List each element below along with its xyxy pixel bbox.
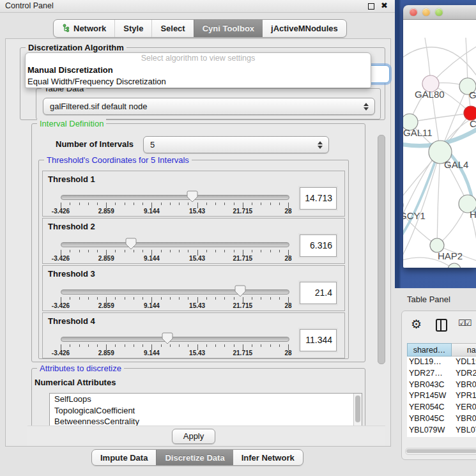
tick-mark bbox=[234, 203, 234, 205]
gear-icon[interactable]: ⚙ bbox=[411, 317, 422, 331]
network-graph: GAL80GACGAL11GAL4GCY1HHAP2 bbox=[403, 20, 476, 268]
threshold-value-field[interactable]: 6.316 bbox=[300, 234, 337, 257]
close-icon[interactable]: ✖ bbox=[381, 1, 388, 10]
tab-discretize-data[interactable]: Discretize Data bbox=[156, 450, 233, 465]
tab-cyni-toolbox[interactable]: Cyni Toolbox bbox=[194, 20, 263, 37]
network-edge[interactable] bbox=[437, 152, 440, 245]
column-header-1[interactable]: shared… bbox=[407, 343, 452, 357]
tab-label: Impute Data bbox=[100, 453, 148, 463]
tick-mark bbox=[179, 203, 180, 205]
table-row[interactable]: YER054CYER054C bbox=[407, 402, 476, 413]
threshold-slider-track[interactable] bbox=[61, 242, 289, 247]
tick-mark bbox=[188, 250, 188, 252]
number-of-intervals-combobox[interactable]: 5 bbox=[143, 136, 329, 153]
tick-mark bbox=[161, 203, 162, 205]
threshold-slider-handle[interactable] bbox=[125, 238, 137, 250]
select-columns-checkboxes-icon[interactable]: ☑☑ bbox=[458, 318, 470, 328]
tick-mark bbox=[234, 344, 234, 347]
tick-label: -3.426 bbox=[42, 255, 80, 262]
columns-icon[interactable] bbox=[436, 319, 447, 332]
tab-infer-network[interactable]: Infer Network bbox=[233, 450, 303, 465]
float-window-icon[interactable] bbox=[368, 3, 374, 10]
tab-network[interactable]: Network bbox=[54, 20, 114, 37]
attribute-item[interactable]: SelfLoops bbox=[50, 394, 362, 405]
interval-definition-group-title: Interval Definition bbox=[37, 119, 106, 128]
tick-mark bbox=[170, 297, 171, 300]
threshold-row: Threshold 2 -3.4262.8599.14415.4321.7152… bbox=[42, 218, 345, 264]
tick-label: 2.859 bbox=[87, 255, 125, 262]
tab-label: jActiveMNodules bbox=[271, 24, 338, 33]
list-scrollbar-thumb[interactable] bbox=[355, 395, 360, 422]
network-canvas[interactable]: GAL80GACGAL11GAL4GCY1HHAP2 bbox=[403, 20, 476, 268]
attribute-item[interactable]: TopologicalCoefficient bbox=[50, 405, 362, 417]
threshold-slider-handle[interactable] bbox=[162, 332, 173, 344]
tick-mark bbox=[70, 297, 70, 300]
table-row[interactable]: YBL079WYBL079W bbox=[407, 425, 476, 436]
tab-impute-data[interactable]: Impute Data bbox=[92, 450, 156, 465]
traffic-light-close-icon[interactable] bbox=[410, 8, 417, 16]
tick-mark bbox=[170, 344, 171, 347]
table-row[interactable]: YBR043CYBR043C bbox=[407, 380, 476, 391]
tick-mark bbox=[125, 297, 125, 300]
numerical-attributes-list[interactable]: SelfLoopsTopologicalCoefficientBetweenne… bbox=[49, 393, 362, 427]
settings-vertical-scrollbar[interactable] bbox=[378, 135, 385, 364]
table-cell: YLR345W bbox=[407, 436, 452, 437]
top-tab-bar: NetworkStyleSelectCyni ToolboxjActiveMNo… bbox=[53, 19, 347, 38]
network-node-label: GAL80 bbox=[415, 89, 445, 100]
tab-style[interactable]: Style bbox=[114, 20, 151, 37]
tick-mark bbox=[188, 203, 188, 205]
tick-mark bbox=[179, 250, 180, 252]
table-row[interactable]: YDL19…YDL19… bbox=[407, 357, 476, 368]
table-row[interactable]: YLR345WYLR345W bbox=[407, 436, 476, 437]
table-row[interactable]: YPR145WYPR145W bbox=[407, 390, 476, 402]
table-cell: YDR27… bbox=[407, 368, 452, 380]
table-row[interactable]: YBR045CYBR045C bbox=[407, 413, 476, 425]
tab-label: Network bbox=[73, 24, 106, 33]
network-node[interactable] bbox=[448, 263, 461, 268]
node-attribute-table[interactable]: shared…name YDL19…YDL19…YDR27…YDR27…YBR0… bbox=[407, 343, 476, 437]
algorithm-option[interactable]: Manual Discretization bbox=[26, 65, 371, 76]
tick-label: 15.43 bbox=[178, 349, 217, 357]
table-row[interactable]: YDR27…YDR27… bbox=[407, 368, 476, 380]
algorithm-option[interactable]: Equal Width/Frequency Discretization bbox=[26, 76, 371, 88]
table-data-combobox[interactable]: galFiltered.sif default node bbox=[43, 98, 375, 115]
tab-select[interactable]: Select bbox=[151, 20, 193, 37]
network-node-label: GAL11 bbox=[403, 127, 433, 138]
tab-label: Discretize Data bbox=[165, 453, 224, 463]
apply-button[interactable]: Apply bbox=[172, 429, 215, 444]
threshold-slider-track[interactable] bbox=[61, 195, 289, 200]
threshold-slider-track[interactable] bbox=[61, 289, 289, 295]
network-edge-thick[interactable] bbox=[403, 162, 435, 242]
threshold-slider-handle[interactable] bbox=[234, 285, 246, 297]
table-horizontal-scrollbar[interactable] bbox=[405, 448, 476, 455]
table-header-row: shared…name bbox=[407, 343, 476, 357]
network-edge[interactable] bbox=[403, 47, 476, 79]
traffic-light-zoom-icon[interactable] bbox=[435, 8, 443, 16]
thresholds-group-title: Threshold's Coordinates for 5 Intervals bbox=[44, 155, 192, 165]
tick-mark bbox=[170, 203, 171, 205]
tick-mark bbox=[125, 203, 125, 205]
tick-mark bbox=[270, 297, 271, 300]
tick-mark bbox=[70, 344, 70, 347]
traffic-light-minimize-icon[interactable] bbox=[422, 8, 430, 16]
list-vertical-scrollbar[interactable] bbox=[353, 394, 362, 427]
tick-mark bbox=[224, 344, 225, 347]
tab-jactivemnodules[interactable]: jActiveMNodules bbox=[263, 20, 346, 37]
thresholds-group: Threshold's Coordinates for 5 Intervals … bbox=[38, 160, 349, 359]
tick-label: 2.859 bbox=[87, 349, 125, 357]
tab-label: Cyni Toolbox bbox=[203, 24, 254, 33]
threshold-value-field[interactable]: 11.344 bbox=[300, 329, 337, 351]
threshold-label: Threshold 3 bbox=[48, 269, 95, 279]
threshold-value-field[interactable]: 21.4 bbox=[300, 282, 337, 304]
table-panel-toolbar: ⚙ ☑☑ bbox=[402, 315, 476, 337]
tick-mark bbox=[261, 250, 261, 252]
network-edge[interactable] bbox=[410, 113, 471, 122]
threshold-slider-track[interactable] bbox=[61, 337, 289, 342]
threshold-row: Threshold 4 -3.4262.8599.14415.4321.7152… bbox=[42, 312, 345, 358]
table-scrollbar-thumb[interactable] bbox=[406, 449, 476, 453]
threshold-slider-handle[interactable] bbox=[187, 190, 198, 203]
threshold-value-field[interactable]: 14.713 bbox=[300, 187, 337, 210]
tick-label: 21.715 bbox=[224, 208, 262, 215]
column-header-2[interactable]: name bbox=[452, 343, 476, 357]
combo-spinner-icon bbox=[317, 141, 323, 150]
